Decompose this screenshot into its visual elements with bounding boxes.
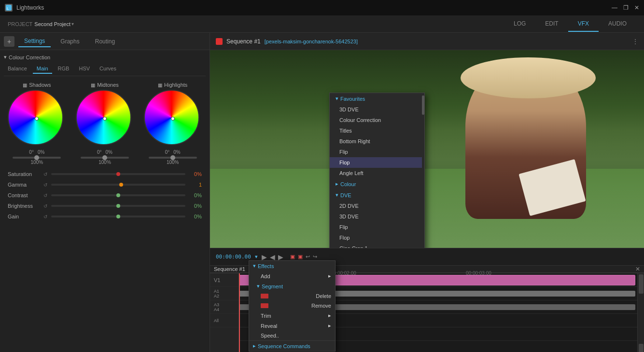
close-button[interactable]: ✕ bbox=[634, 4, 639, 11]
saturation-label: Saturation bbox=[8, 171, 42, 177]
window-controls: — ❐ ✕ bbox=[612, 4, 639, 11]
tab-main[interactable]: Main bbox=[33, 64, 52, 74]
ctx-trim-arrow: ▸ bbox=[328, 312, 331, 319]
video-preview: ▾ Favourites 3D DVE Colour Correction Ti… bbox=[210, 50, 644, 248]
sliders-section: Saturation ↺ 0% Gamma ↺ 1 bbox=[4, 167, 206, 224]
sequence-header: Sequence #1 [pexels-maksim-goncharenok-5… bbox=[210, 33, 644, 50]
minimize-button[interactable]: — bbox=[612, 4, 617, 11]
brightness-row: Brightness ↺ 0% bbox=[8, 201, 202, 211]
contrast-value: 0% bbox=[187, 192, 202, 198]
gamma-slider[interactable] bbox=[51, 184, 185, 186]
project-name[interactable]: Second Project bbox=[34, 21, 70, 27]
project-label: PROJECT bbox=[8, 21, 32, 27]
section-collapse-icon[interactable]: ▾ bbox=[4, 54, 7, 60]
app-name: Lightworks bbox=[16, 4, 44, 11]
midtones-slider[interactable] bbox=[81, 157, 129, 159]
menu-item-angleleft-fav[interactable]: Angle Left bbox=[330, 168, 424, 178]
tab-graphs[interactable]: Graphs bbox=[55, 36, 85, 47]
menu-item-flop[interactable]: Flop bbox=[330, 232, 424, 243]
dve-label: DVE bbox=[340, 192, 351, 198]
ctx-delete-item[interactable]: Delete bbox=[249, 291, 335, 301]
shadows-slider[interactable] bbox=[13, 157, 61, 159]
color-wheels-row: ▦ Shadows 0° 0% bbox=[4, 80, 206, 167]
tab-edit[interactable]: EDIT bbox=[535, 16, 568, 32]
menu-item-cinecrop1[interactable]: Cine Crop 1 bbox=[330, 243, 424, 248]
track-label-a1: A1A2 bbox=[210, 287, 238, 300]
timeline-close-button[interactable]: ✕ bbox=[635, 266, 640, 272]
midtones-wheel-container[interactable] bbox=[76, 90, 134, 148]
tab-hsv[interactable]: HSV bbox=[75, 64, 94, 74]
ctx-reveal-item[interactable]: Reveal ▸ bbox=[249, 321, 335, 331]
menu-item-3ddve-fav[interactable]: 3D DVE bbox=[330, 104, 424, 115]
saturation-row: Saturation ↺ 0% bbox=[8, 169, 202, 179]
highlights-pct: 0% bbox=[173, 149, 180, 155]
tab-rgb[interactable]: RGB bbox=[54, 64, 73, 74]
favourites-section-header[interactable]: ▾ Favourites bbox=[330, 93, 424, 104]
tab-curves[interactable]: Curves bbox=[96, 64, 120, 74]
section-header: ▾ Colour Correction bbox=[4, 54, 206, 60]
tab-log[interactable]: LOG bbox=[504, 16, 535, 32]
menu-item-3ddve[interactable]: 3D DVE bbox=[330, 211, 424, 222]
brightness-slider[interactable] bbox=[51, 205, 185, 207]
menu-item-flip-fav[interactable]: Flip bbox=[330, 147, 424, 157]
left-panel: + Settings Graphs Routing ▾ Colour Corre… bbox=[0, 33, 210, 352]
menu-item-titles-fav[interactable]: Titles bbox=[330, 125, 424, 136]
transport-controls: ▶ ◀ ▶ ▣ ▣ ↩ ↪ bbox=[262, 253, 317, 261]
sequence-file: [pexels-maksim-goncharenok-5642523] bbox=[265, 39, 358, 44]
menu-item-flip[interactable]: Flip bbox=[330, 222, 424, 232]
brightness-value: 0% bbox=[187, 203, 202, 209]
tab-settings[interactable]: Settings bbox=[18, 36, 51, 47]
menu-item-2ddve[interactable]: 2D DVE bbox=[330, 201, 424, 211]
scrollbar-thumb-h[interactable] bbox=[639, 344, 644, 352]
saturation-reset[interactable]: ↺ bbox=[42, 170, 49, 178]
gamma-reset[interactable]: ↺ bbox=[42, 181, 49, 189]
gain-reset[interactable]: ↺ bbox=[42, 213, 49, 220]
tab-balance[interactable]: Balance bbox=[4, 64, 31, 74]
midtones-gain: 100% bbox=[98, 160, 111, 165]
favourites-arrow: ▾ bbox=[336, 95, 338, 102]
contrast-reset[interactable]: ↺ bbox=[42, 191, 49, 199]
track-label-a3: A3A4 bbox=[210, 300, 238, 314]
play-btn[interactable]: ▶ bbox=[262, 253, 267, 261]
tab-audio[interactable]: AUDIO bbox=[599, 16, 636, 32]
gamma-row: Gamma ↺ 1 bbox=[8, 179, 202, 190]
timeline-seq-name: Sequence #1 bbox=[214, 266, 245, 272]
saturation-slider[interactable] bbox=[51, 173, 185, 175]
shadows-gain: 100% bbox=[31, 160, 43, 165]
sequence-indicator bbox=[216, 38, 223, 45]
redo-btn[interactable]: ↪ bbox=[313, 254, 317, 260]
timeline-scrollbar[interactable] bbox=[637, 273, 644, 352]
ctx-segment-label: Segment bbox=[262, 284, 283, 289]
next-frame-btn[interactable]: ▶ bbox=[278, 253, 283, 261]
undo-btn[interactable]: ↩ bbox=[306, 254, 310, 260]
colour-section-header[interactable]: ▸ Colour bbox=[330, 178, 424, 190]
prev-frame-btn[interactable]: ◀ bbox=[270, 253, 275, 261]
track-label-all: All bbox=[210, 314, 238, 327]
sequence-menu-button[interactable]: ⋮ bbox=[632, 38, 638, 45]
menu-item-flop-fav[interactable]: Flop bbox=[330, 157, 424, 168]
ctx-remove-item[interactable]: Remove bbox=[249, 301, 335, 311]
contrast-slider[interactable] bbox=[51, 194, 185, 196]
ctx-add-item[interactable]: Add ▸ bbox=[249, 271, 335, 281]
menu-item-colour-correction-fav[interactable]: Colour Correction bbox=[330, 115, 424, 125]
ctx-speed-item[interactable]: Speed.. bbox=[249, 331, 335, 340]
section-title: Colour Correction bbox=[9, 54, 50, 60]
timecode-dropdown[interactable]: ▾ bbox=[255, 254, 258, 260]
gain-slider[interactable] bbox=[51, 216, 185, 217]
brightness-reset[interactable]: ↺ bbox=[42, 202, 49, 210]
maximize-button[interactable]: ❐ bbox=[623, 4, 629, 11]
highlights-wheel-container[interactable] bbox=[144, 90, 202, 148]
ctx-trim-item[interactable]: Trim ▸ bbox=[249, 311, 335, 321]
scrollbar-thumb-v[interactable] bbox=[639, 274, 644, 294]
tab-vfx[interactable]: VFX bbox=[568, 16, 599, 32]
highlights-slider[interactable] bbox=[149, 157, 197, 159]
menu-item-bottomright-fav[interactable]: Bottom Right bbox=[330, 136, 424, 147]
panel-add-button[interactable]: + bbox=[4, 36, 14, 47]
track-labels: V1 A1A2 A3A4 All bbox=[210, 273, 239, 352]
dve-section-header[interactable]: ▾ DVE bbox=[330, 190, 424, 201]
project-dropdown-icon[interactable]: ▾ bbox=[71, 21, 74, 27]
mark-out-icon[interactable]: ▣ bbox=[298, 254, 303, 260]
mark-in-icon[interactable]: ▣ bbox=[290, 254, 295, 260]
shadows-wheel-container[interactable] bbox=[8, 90, 66, 148]
tab-routing[interactable]: Routing bbox=[89, 36, 121, 47]
